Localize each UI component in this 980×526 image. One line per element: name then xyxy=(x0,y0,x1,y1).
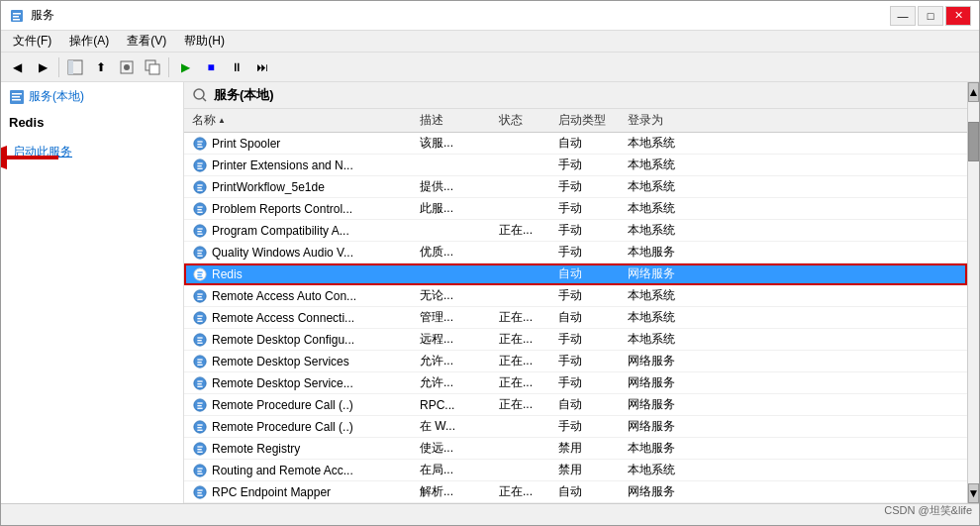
svg-rect-60 xyxy=(197,362,201,363)
table-row[interactable]: Redis 自动 网络服务 xyxy=(184,263,967,285)
service-logon-cell: 本地服务 xyxy=(624,244,703,261)
service-startup-cell: 禁用 xyxy=(554,462,624,478)
service-startup-cell: 手动 xyxy=(554,200,624,217)
svg-rect-76 xyxy=(197,449,201,450)
svg-rect-80 xyxy=(197,471,201,472)
forward-button[interactable]: ▶ xyxy=(31,55,54,79)
scroll-down-button[interactable]: ▼ xyxy=(968,483,979,503)
new-window-button[interactable] xyxy=(141,55,164,79)
properties-button[interactable] xyxy=(115,55,139,79)
service-startup-cell: 手动 xyxy=(554,287,624,304)
table-row[interactable]: Remote Access Connecti... 管理... 正在... 自动… xyxy=(184,307,967,329)
csdn-badge: CSDN @坦笑&life xyxy=(884,503,972,518)
back-button[interactable]: ◀ xyxy=(5,55,29,79)
svg-rect-24 xyxy=(197,165,201,166)
menu-help[interactable]: 帮助(H) xyxy=(176,31,233,52)
service-name-cell: Program Compatibility A... xyxy=(188,223,416,239)
service-name-cell: Remote Procedure Call (..) xyxy=(188,419,416,435)
service-status-cell: 正在... xyxy=(495,396,554,413)
service-startup-cell: 自动 xyxy=(554,483,624,500)
menu-file[interactable]: 文件(F) xyxy=(5,31,59,52)
svg-rect-28 xyxy=(197,187,201,188)
service-startup-cell: 手动 xyxy=(554,244,624,261)
up-button[interactable]: ⬆ xyxy=(89,55,113,79)
service-name-text: PrintWorkflow_5e1de xyxy=(212,180,325,194)
minimize-button[interactable]: — xyxy=(890,6,916,26)
col-status[interactable]: 状态 xyxy=(495,112,554,129)
scroll-up-button[interactable]: ▲ xyxy=(968,82,979,102)
col-startup[interactable]: 启动类型 xyxy=(554,112,624,129)
table-header: 名称 描述 状态 启动类型 登录为 xyxy=(184,109,967,133)
svg-rect-77 xyxy=(197,451,202,452)
col-name[interactable]: 名称 xyxy=(188,112,416,129)
scroll-track xyxy=(968,102,979,483)
svg-rect-52 xyxy=(197,318,201,319)
restart-button[interactable]: ⏭ xyxy=(250,55,274,79)
service-name-text: Program Compatibility A... xyxy=(212,224,349,238)
col-logon[interactable]: 登录为 xyxy=(624,112,703,129)
svg-line-17 xyxy=(203,98,206,101)
svg-rect-2 xyxy=(13,16,19,18)
service-icon xyxy=(192,201,208,217)
table-row[interactable]: RPC Endpoint Mapper 解析... 正在... 自动 网络服务 xyxy=(184,481,967,503)
nav-pane: 服务(本地) Redis 启动此服务 xyxy=(1,82,184,503)
service-icon xyxy=(192,463,208,478)
svg-rect-41 xyxy=(197,255,202,256)
svg-rect-33 xyxy=(197,211,202,212)
table-row[interactable]: Remote Procedure Call (..) 在 W... 手动 网络服… xyxy=(184,416,967,438)
table-row[interactable]: PrintWorkflow_5e1de 提供... 手动 本地系统 xyxy=(184,176,967,198)
action-area: 启动此服务 xyxy=(9,142,179,162)
service-name-cell: Remote Desktop Service... xyxy=(188,375,416,391)
svg-rect-73 xyxy=(197,429,202,430)
table-row[interactable]: Remote Desktop Service... 允许... 正在... 手动… xyxy=(184,372,967,394)
table-row[interactable]: Program Compatibility A... 正在... 手动 本地系统 xyxy=(184,220,967,242)
pause-button[interactable]: ⏸ xyxy=(225,55,248,79)
table-row[interactable]: Remote Registry 使远... 禁用 本地服务 xyxy=(184,438,967,460)
table-row[interactable]: Remote Desktop Services 允许... 正在... 手动 网… xyxy=(184,351,967,372)
service-logon-cell: 本地系统 xyxy=(624,222,703,239)
service-icon xyxy=(192,419,208,435)
service-name-text: RPC Endpoint Mapper xyxy=(212,485,331,499)
svg-rect-79 xyxy=(197,468,202,469)
table-row[interactable]: Routing and Remote Acc... 在局... 禁用 本地系统 xyxy=(184,460,967,481)
close-button[interactable]: ✕ xyxy=(945,6,971,26)
col-desc[interactable]: 描述 xyxy=(416,112,495,129)
table-row[interactable]: Problem Reports Control... 此服... 手动 本地系统 xyxy=(184,198,967,220)
scrollbar-y[interactable]: ▲ ▼ xyxy=(967,82,979,503)
content-header: 服务(本地) xyxy=(184,82,967,109)
svg-rect-27 xyxy=(197,184,202,185)
service-desc-cell: 允许... xyxy=(416,353,495,369)
table-row[interactable]: Remote Access Auto Con... 无论... 手动 本地系统 xyxy=(184,285,967,307)
table-row[interactable]: Remote Procedure Call (..) RPC... 正在... … xyxy=(184,394,967,416)
service-startup-cell: 禁用 xyxy=(554,440,624,457)
service-logon-cell: 网络服务 xyxy=(624,265,703,282)
content-title: 服务(本地) xyxy=(214,86,274,104)
service-name-cell: Problem Reports Control... xyxy=(188,201,416,217)
service-name-cell: PrintWorkflow_5e1de xyxy=(188,179,416,195)
service-desc-cell: 此服... xyxy=(416,200,495,217)
main-area: 服务(本地) Redis 启动此服务 xyxy=(1,82,979,503)
table-row[interactable]: Print Spooler 该服... 自动 本地系统 xyxy=(184,133,967,155)
table-row[interactable]: Quality Windows Audio V... 优质... 手动 本地服务 xyxy=(184,242,967,263)
service-name-cell: Remote Desktop Configu... xyxy=(188,332,416,348)
service-name-text: Remote Desktop Configu... xyxy=(212,333,354,347)
table-row[interactable]: Remote Desktop Configu... 远程... 正在... 手动… xyxy=(184,329,967,351)
menu-view[interactable]: 查看(V) xyxy=(119,31,174,52)
stop-button[interactable]: ■ xyxy=(199,55,223,79)
play-button[interactable]: ▶ xyxy=(173,55,197,79)
table-row[interactable]: Printer Extensions and N... 手动 本地系统 xyxy=(184,155,967,176)
svg-rect-19 xyxy=(197,141,202,142)
show-hide-button[interactable] xyxy=(63,55,87,79)
service-startup-cell: 手动 xyxy=(554,222,624,239)
svg-rect-11 xyxy=(12,93,22,95)
maximize-button[interactable]: □ xyxy=(918,6,943,26)
service-desc-cell: 提供... xyxy=(416,178,495,195)
svg-rect-9 xyxy=(149,64,159,74)
svg-rect-36 xyxy=(197,231,201,232)
menu-action[interactable]: 操作(A) xyxy=(61,31,117,52)
scroll-thumb[interactable] xyxy=(968,122,979,161)
service-logon-cell: 网络服务 xyxy=(624,374,703,391)
svg-rect-23 xyxy=(197,162,202,163)
svg-rect-48 xyxy=(197,296,201,297)
service-name-text: Remote Desktop Services xyxy=(212,355,349,368)
